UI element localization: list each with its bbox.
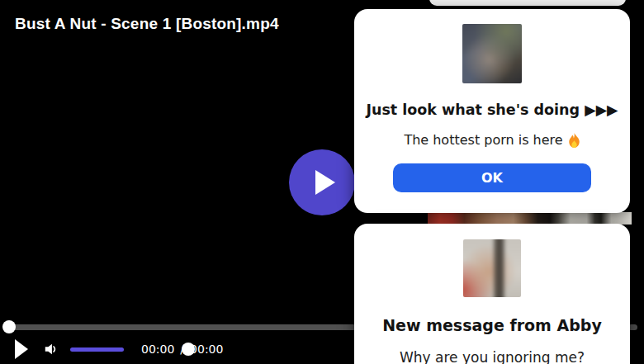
big-play-button[interactable] [289, 149, 355, 215]
peeking-popup-card[interactable] [429, 0, 626, 6]
current-time: 00:00 [141, 343, 174, 356]
ok-button[interactable]: OK [393, 163, 591, 192]
volume-slider[interactable] [70, 343, 127, 356]
message-headline: New message from Abby [382, 315, 602, 335]
offer-headline: Just look what she's doing ▶▶▶ [366, 101, 618, 119]
seek-handle[interactable] [2, 320, 16, 333]
message-popup[interactable]: New message from Abby Why are you ignori… [354, 224, 630, 364]
player-controls: 00:00 / 00:00 [0, 334, 355, 364]
duration: 00:00 [190, 343, 223, 356]
offer-subtext-text: The hottest porn is here [404, 132, 562, 149]
message-thumbnail-image [463, 239, 521, 297]
play-button[interactable] [15, 339, 28, 359]
video-player-page: Bust A Nut - Scene 1 [Boston].mp4 00:00 … [0, 0, 644, 364]
volume-handle[interactable] [182, 343, 195, 356]
message-body: Why are you ignoring me? [400, 348, 585, 364]
offer-popup: Just look what she's doing ▶▶▶ The hotte… [354, 9, 630, 213]
video-title: Bust A Nut - Scene 1 [Boston].mp4 [15, 15, 279, 33]
offer-thumbnail[interactable] [462, 24, 522, 83]
volume-track[interactable] [70, 347, 124, 352]
offer-subtext: The hottest porn is here [404, 132, 580, 149]
offer-thumbnail-image [462, 24, 522, 83]
volume-icon[interactable] [44, 341, 59, 357]
background-video-strip [428, 212, 632, 225]
message-thumbnail[interactable] [463, 239, 521, 297]
play-icon [315, 170, 335, 195]
fire-icon [568, 133, 580, 148]
